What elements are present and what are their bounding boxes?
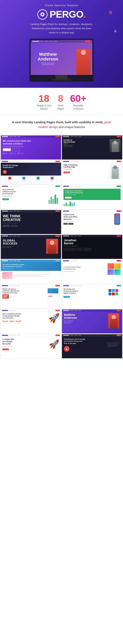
nav-link <box>17 136 20 137</box>
stat-pages-number: 8 <box>57 94 64 104</box>
demo1-title: We convert your ideas intoworkable solut… <box>3 140 59 145</box>
nav-link <box>78 310 81 311</box>
demo9-title: GLOBALSUCCESS <box>3 239 45 245</box>
nav-link <box>17 211 20 212</box>
demo-card-8[interactable]: Capture andshare your BestMemories Simpl… <box>62 210 122 234</box>
demo-card-15[interactable]: We are building softwareto help people m… <box>1 310 61 334</box>
demo14-title: We design anddevelop innovativedigital s… <box>64 288 107 294</box>
nav-link <box>17 161 20 162</box>
demo-card-6[interactable]: Responsive, convenient &multipurpose lan… <box>62 185 122 209</box>
nav-link <box>13 236 16 236</box>
demo-card-17[interactable]: A simple ideacan changethe world Simple … <box>1 334 61 358</box>
demo15-rocket: 🚀 <box>48 313 60 323</box>
demo-card-5[interactable]: We provide thesolutions to growyour busi… <box>1 185 61 209</box>
demo18-content: Everything you need to manageyour busine… <box>62 337 122 354</box>
demo-card-7[interactable]: WE THINKCREATIVE Landing pages pack for … <box>1 210 61 234</box>
nav-link <box>13 335 16 336</box>
demo8-phone <box>114 214 120 224</box>
demo3-play-btn[interactable]: ▶ <box>3 170 7 174</box>
demo5-cta-btn <box>56 186 60 187</box>
nav-link <box>74 285 77 286</box>
demo-card-4[interactable]: High ConvertingLanding Page Best landing… <box>62 160 122 184</box>
demo12-title: It's easy when you're doingsomething you… <box>64 266 106 270</box>
demo-card-12[interactable]: It's easy when you're doingsomething you… <box>62 260 122 284</box>
demo13-badge-sub: Stylish & featuredlanding pages pack <box>2 299 46 301</box>
demo-card-16[interactable]: MatthewAnderson We craft marketing &digi… <box>62 310 122 334</box>
demo-card-11[interactable]: We have everything to makeyour business … <box>1 260 61 284</box>
demo10-sub: I'm a freelance creative person <box>64 246 120 247</box>
logo-icon <box>37 9 48 20</box>
monitor-sub-text: It's easy, when you'resomething you love <box>38 62 58 65</box>
nav-link <box>74 260 77 261</box>
nav-link <box>74 310 77 311</box>
nav-link <box>10 310 12 311</box>
demo14-logo <box>63 285 69 286</box>
demo5-content: We provide thesolutions to growyour busi… <box>1 188 61 205</box>
demo15-stat3: 28,163 <box>16 320 21 322</box>
demo13-cta-btn <box>56 285 60 286</box>
demo-card-18[interactable]: Everything you need to manageyour busine… <box>62 334 122 358</box>
nav-link <box>13 186 16 186</box>
nav-link <box>10 161 12 162</box>
nav-link <box>78 186 81 186</box>
nav-link <box>17 335 20 336</box>
nav-link <box>17 285 20 286</box>
nav-link <box>70 335 74 336</box>
monitor-frame: MatthewAnderson It's easy, when you'reso… <box>30 39 94 82</box>
demo14-socials <box>108 288 120 298</box>
demo15-logo <box>2 310 8 311</box>
demo-card-13[interactable]: PERGO. We work forpublishers, agencies a… <box>1 284 61 308</box>
demo4-image <box>110 164 120 179</box>
monitor-base <box>52 79 72 80</box>
demo16-content: MatthewAnderson We craft marketing &digi… <box>62 312 122 330</box>
plus-icon: + <box>114 28 117 34</box>
demo12-content: It's easy when you're doingsomething you… <box>62 262 122 276</box>
demo9-content: GLOBALSUCCESS We're making designbetter … <box>1 237 61 256</box>
demo7-cta-btn <box>56 210 60 212</box>
demo15-stat2: 5,800 <box>10 320 14 322</box>
demo14-content: We design anddevelop innovativedigital s… <box>62 287 122 299</box>
nav-link <box>10 211 12 212</box>
demo-card-2[interactable]: BASED INMELBOURNE We're making designbet… <box>62 136 122 160</box>
nav-link <box>70 310 74 311</box>
stat-pages-label: InnerPages <box>57 104 64 110</box>
demo18-right <box>107 342 120 347</box>
demo17-sub: Simple description here <box>2 346 47 347</box>
demo10-content: JonathanBarnes I'm a freelance creative … <box>62 237 122 253</box>
demo8-cta-btn <box>116 210 121 212</box>
nav-link <box>17 236 20 236</box>
demo4-cta-btn <box>116 161 121 162</box>
nav-link <box>74 161 77 162</box>
demo17-btn: Get Started <box>2 348 9 350</box>
demo-card-3[interactable]: Ready For DesignExploration? ▶ Feature F… <box>1 160 61 184</box>
demo2-subtitle: We're making designbetter for everyone <box>64 145 110 148</box>
demo13-title: PERGO. We work forpublishers, agencies a… <box>2 288 46 294</box>
stat-pages: 8 InnerPages <box>57 94 64 110</box>
stat-blocks-number: 60+ <box>70 94 86 104</box>
nav-link <box>78 136 81 137</box>
demo-card-14[interactable]: We design anddevelop innovativedigital s… <box>62 284 122 308</box>
demo8-content: Capture andshare your BestMemories Simpl… <box>62 212 122 226</box>
demo8-sub: Simple description here <box>64 221 112 222</box>
stat-blocks: 60+ ReusableUI Blocks <box>70 94 86 110</box>
nav-link <box>10 260 12 261</box>
demo4-content: High ConvertingLanding Page Best landing… <box>62 163 122 180</box>
demo1-logo <box>2 136 8 137</box>
demo13-preview <box>48 288 60 302</box>
demo18-play-btn[interactable]: ▶ <box>64 346 70 352</box>
monitor-screen: MatthewAnderson It's easy, when you'reso… <box>31 40 92 75</box>
nav-link <box>74 236 77 236</box>
demo11-title: We have everything to makeyour business … <box>3 264 59 268</box>
demo5-title: We provide thesolutions to growyour busi… <box>2 189 46 195</box>
demo6-title: Responsive, convenient &multipurpose lan… <box>65 190 119 194</box>
demo16-sub: We craft marketing &digital products tha… <box>64 320 107 324</box>
nav-link <box>17 260 20 261</box>
demo4-logo <box>63 161 69 162</box>
demo-card-10[interactable]: JonathanBarnes I'm a freelance creative … <box>62 235 122 259</box>
demo6-logo <box>63 186 69 187</box>
demo-card-1[interactable]: We convert your ideas intoworkable solut… <box>1 136 61 160</box>
demo-card-9[interactable]: GLOBALSUCCESS We're making designbetter … <box>1 235 61 259</box>
nav-link <box>10 136 12 137</box>
demo4-title: High ConvertingLanding Page <box>64 164 108 168</box>
demo5-sub: Short description here <box>2 195 46 197</box>
